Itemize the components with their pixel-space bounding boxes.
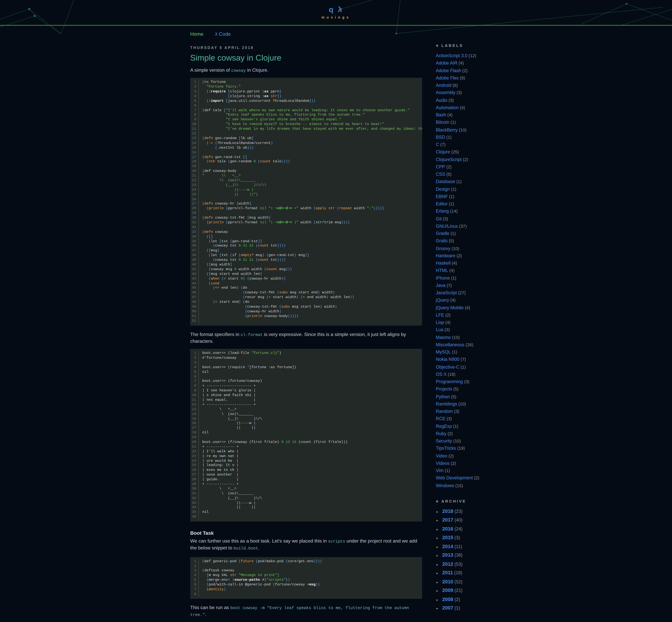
archive-year-link[interactable]: 2007 <box>442 606 453 611</box>
archive-year-link[interactable]: 2011 <box>442 570 453 575</box>
archive-expand-icon[interactable]: ► <box>436 589 439 592</box>
label-link[interactable]: Erlang <box>436 208 449 214</box>
label-link[interactable]: Python <box>436 394 450 399</box>
label-link[interactable]: Video <box>436 453 447 458</box>
label-link[interactable]: HTML <box>436 268 448 273</box>
archive-year-link[interactable]: 2018 <box>442 509 453 514</box>
label-link[interactable]: Android <box>436 82 452 88</box>
label-link[interactable]: Web Development <box>436 475 473 480</box>
label-link[interactable]: Programming <box>436 379 463 384</box>
archive-year-link[interactable]: 2010 <box>442 579 453 584</box>
archive-year-link[interactable]: 2009 <box>442 588 453 593</box>
label-link[interactable]: Maemo <box>436 334 451 340</box>
label-link[interactable]: Clojure <box>436 149 450 154</box>
label-link[interactable]: CSS <box>436 171 445 177</box>
label-link[interactable]: ActionScript 3.0 <box>436 53 467 58</box>
label-link[interactable]: Adobe AIR <box>436 60 457 65</box>
label-link[interactable]: Windows <box>436 483 454 488</box>
label-link[interactable]: BSD <box>436 134 445 139</box>
label-count: (4) <box>446 112 453 117</box>
label-link[interactable]: BlackBerry <box>436 127 458 132</box>
label-link[interactable]: LFE <box>436 312 444 317</box>
label-link[interactable]: Objective-C <box>436 364 459 369</box>
post-title[interactable]: Simple cowsay in Clojure <box>190 53 422 63</box>
code-text: | re my own nat | <box>199 454 239 459</box>
label-link[interactable]: GNU/Linux <box>436 223 458 229</box>
label-link[interactable]: Miscellaneous <box>436 342 464 347</box>
archive-expand-icon[interactable]: ► <box>436 563 439 566</box>
label-count: (1) <box>455 179 462 184</box>
code-text: (:import [java.util.concurrent ThreadLoc… <box>199 99 316 103</box>
label-link[interactable]: EBNF <box>436 194 448 199</box>
label-link[interactable]: Audio <box>436 97 448 102</box>
label-link[interactable]: Adobe Flash <box>436 68 461 73</box>
archive-widget: ♣ARCHIVE ►2018 (23)►2017 (40)►2016 (24)►… <box>436 499 509 613</box>
label-link[interactable]: Hardware <box>436 253 455 258</box>
label-link[interactable]: C <box>436 142 439 147</box>
label-link[interactable]: Adobe Flex <box>436 75 459 80</box>
label-link[interactable]: Ruby <box>436 431 447 436</box>
label-link[interactable]: Groovy <box>436 245 450 251</box>
label-link[interactable]: CPP <box>436 164 445 169</box>
archive-expand-icon[interactable]: ► <box>436 546 439 548</box>
label-link[interactable]: jQuery <box>436 297 449 303</box>
archive-expand-icon[interactable]: ► <box>436 607 439 610</box>
archive-year-link[interactable]: 2017 <box>442 517 453 522</box>
label-link[interactable]: TipsTricks <box>436 446 456 451</box>
archive-year-link[interactable]: 2015 <box>442 535 453 540</box>
code-text: boot.user=> (load-file "fortune.clj") <box>199 351 281 356</box>
archive-expand-icon[interactable]: ► <box>436 581 439 584</box>
label-link[interactable]: OS X <box>436 371 447 377</box>
label-link[interactable]: Haskell <box>436 260 451 266</box>
label-link[interactable]: Lisp <box>436 319 444 325</box>
label-link[interactable]: Ramblings <box>436 401 457 406</box>
archive-year-link[interactable]: 2016 <box>442 526 453 531</box>
archive-expand-icon[interactable]: ► <box>436 510 439 513</box>
archive-expand-icon[interactable]: ► <box>436 572 439 575</box>
archive-expand-icon[interactable]: ► <box>436 554 439 557</box>
label-link[interactable]: iPhone <box>436 275 450 280</box>
label-link[interactable]: Git <box>436 216 441 221</box>
archive-year-link[interactable]: 2012 <box>442 561 453 566</box>
post-date: THURSDAY 5 APRIL 2018 <box>190 45 422 50</box>
label-link[interactable]: Nokia N900 <box>436 357 459 362</box>
label-link[interactable]: Projects <box>436 386 452 391</box>
archive-expand-icon[interactable]: ► <box>436 537 439 540</box>
archive-expand-icon[interactable]: ► <box>436 519 439 522</box>
label-link[interactable]: Bash <box>436 112 446 117</box>
archive-count: (2) <box>453 596 460 602</box>
label-link[interactable]: jQuery Mobile <box>436 305 464 310</box>
label-link[interactable]: Gradle <box>436 231 449 236</box>
code-line: 15 (__)\ )\/\ <box>190 416 422 421</box>
label-link[interactable]: MySQL <box>436 349 451 354</box>
label-count: (1) <box>450 276 456 280</box>
code-text: ||----w | <box>199 421 256 426</box>
code-text: (defn gen-rand-txt [] <box>199 155 247 160</box>
label-link[interactable]: Random <box>436 409 453 414</box>
archive-year-link[interactable]: 2014 <box>442 544 453 549</box>
label-link[interactable]: Java <box>436 282 446 288</box>
label-link[interactable]: Lua <box>436 327 444 332</box>
nav-link-code[interactable]: λ Code <box>215 31 231 36</box>
label-link[interactable]: Editor <box>436 201 448 206</box>
archive-expand-icon[interactable]: ► <box>436 528 439 531</box>
label-link[interactable]: Security <box>436 438 452 443</box>
nav-link-home[interactable]: Home <box>190 31 203 36</box>
label-link[interactable]: Videos <box>436 460 450 465</box>
label-link[interactable]: JavaScript <box>436 290 457 295</box>
label-link[interactable]: Bitcoin <box>436 119 449 125</box>
label-link[interactable]: Database <box>436 179 455 184</box>
label-link[interactable]: Grails <box>436 238 448 243</box>
label-link[interactable]: RCE <box>436 416 446 421</box>
label-link[interactable]: RegExp <box>436 423 452 428</box>
line-number: 14 <box>190 412 199 416</box>
site-logo[interactable]: q λ <box>0 6 672 14</box>
label-link[interactable]: Vim <box>436 468 444 473</box>
label-link[interactable]: Automation <box>436 105 459 110</box>
archive-year-link[interactable]: 2013 <box>442 553 453 558</box>
label-link[interactable]: Design <box>436 186 450 192</box>
archive-expand-icon[interactable]: ► <box>436 598 439 601</box>
label-link[interactable]: Assembly <box>436 90 455 95</box>
archive-year-link[interactable]: 2008 <box>442 596 453 602</box>
label-link[interactable]: ClojureScript <box>436 157 462 162</box>
